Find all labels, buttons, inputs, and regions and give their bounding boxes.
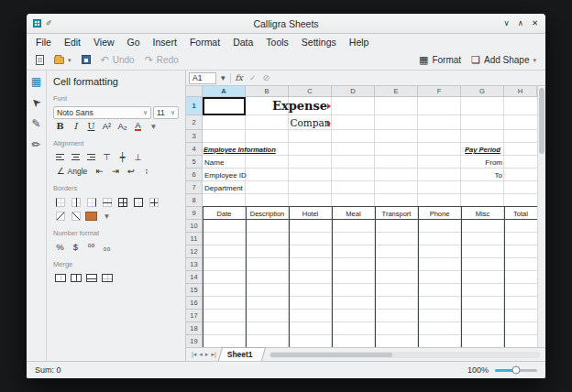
- row-header-18[interactable]: 18: [186, 322, 203, 335]
- column-header-E[interactable]: E: [375, 86, 418, 97]
- italic-icon[interactable]: I: [69, 120, 82, 133]
- row-header-1[interactable]: 1: [186, 97, 203, 115]
- border-inside-icon[interactable]: [147, 196, 160, 209]
- indent-increase-icon[interactable]: ⇥: [108, 165, 122, 178]
- row-header-12[interactable]: 12: [186, 245, 203, 258]
- align-bottom-icon[interactable]: ⊥: [131, 151, 145, 164]
- close-button[interactable]: ✕: [532, 19, 538, 27]
- menu-item-file[interactable]: File: [29, 36, 58, 49]
- font-family-select[interactable]: Noto Sans∨: [53, 106, 151, 119]
- row-header-19[interactable]: 19: [186, 335, 203, 347]
- vertical-scrollbar[interactable]: [537, 86, 545, 347]
- apply-check-icon[interactable]: ✓: [248, 74, 258, 82]
- first-sheet-icon[interactable]: |◂: [192, 351, 196, 358]
- font-color-icon[interactable]: A: [131, 120, 145, 133]
- column-header-A[interactable]: A: [203, 86, 246, 97]
- menu-item-insert[interactable]: Insert: [147, 36, 183, 49]
- row-header-8[interactable]: 8: [186, 194, 203, 207]
- format-button[interactable]: ▦Format: [415, 53, 465, 67]
- zoom-slider[interactable]: [495, 369, 537, 372]
- precision-increase-icon[interactable]: ⁰⁰: [84, 241, 98, 254]
- border-all-icon[interactable]: [116, 196, 129, 209]
- merge-horizontal-icon[interactable]: [69, 272, 82, 285]
- cancel-icon[interactable]: ⊘: [261, 74, 272, 82]
- row-header-6[interactable]: 6: [186, 169, 203, 181]
- border-left-icon[interactable]: [53, 196, 67, 209]
- row-header-5[interactable]: 5: [186, 156, 203, 169]
- pencil-tool-icon[interactable]: ✏: [31, 139, 40, 150]
- border-diagonal-down-icon[interactable]: [53, 210, 67, 223]
- border-center-vertical-icon[interactable]: [69, 196, 82, 209]
- row-header-11[interactable]: 11: [186, 233, 203, 245]
- precision-decrease-icon[interactable]: ₀₀: [100, 241, 114, 254]
- row-header-15[interactable]: 15: [186, 284, 203, 297]
- menu-item-format[interactable]: Format: [183, 36, 226, 49]
- menu-item-help[interactable]: Help: [343, 36, 376, 49]
- row-header-10[interactable]: 10: [186, 220, 203, 233]
- row-header-2[interactable]: 2: [186, 115, 203, 130]
- prev-sheet-icon[interactable]: ◂: [199, 351, 203, 358]
- pen-tool-icon[interactable]: ✎: [31, 118, 40, 129]
- border-outline-icon[interactable]: [131, 196, 145, 209]
- align-right-icon[interactable]: [84, 151, 98, 164]
- column-header-D[interactable]: D: [332, 86, 375, 97]
- border-color-swatch[interactable]: [84, 210, 98, 223]
- row-header-13[interactable]: 13: [186, 258, 203, 271]
- superscript-icon[interactable]: A²: [100, 120, 114, 133]
- column-header-B[interactable]: B: [246, 86, 289, 97]
- row-header-4[interactable]: 4: [186, 143, 203, 156]
- minimize-button[interactable]: ∨: [503, 19, 509, 27]
- vertical-scrollbar-thumb[interactable]: [539, 88, 544, 154]
- menu-item-tools[interactable]: Tools: [259, 36, 295, 49]
- border-horizontal-icon[interactable]: [100, 196, 114, 209]
- select-all-corner[interactable]: [186, 86, 203, 97]
- subscript-icon[interactable]: A₂: [116, 120, 129, 133]
- font-size-select[interactable]: 11∨: [153, 106, 179, 119]
- sheet-tab-sheet1[interactable]: Sheet1: [220, 347, 264, 361]
- row-header-3[interactable]: 3: [186, 130, 203, 143]
- menu-item-data[interactable]: Data: [226, 36, 259, 49]
- menu-item-go[interactable]: Go: [121, 36, 147, 49]
- percent-icon[interactable]: %: [53, 241, 67, 254]
- underline-icon[interactable]: U: [84, 120, 98, 133]
- align-middle-icon[interactable]: ┿: [116, 151, 129, 164]
- vertical-text-icon[interactable]: ↕: [139, 165, 153, 178]
- undo-button[interactable]: ↶Undo: [97, 53, 138, 67]
- add-shape-button[interactable]: ❏Add Shape▾: [468, 53, 540, 67]
- row-header-16[interactable]: 16: [186, 297, 203, 310]
- horizontal-scrollbar[interactable]: [270, 352, 540, 358]
- cells-area[interactable]: ExpenseCompanEmployee InformationPay Per…: [203, 97, 537, 347]
- pointer-tool-icon[interactable]: ➤: [29, 95, 44, 110]
- range-chevron-icon[interactable]: ▾: [219, 74, 227, 82]
- column-header-G[interactable]: G: [461, 86, 504, 97]
- merge-cells-icon[interactable]: [53, 272, 67, 285]
- titlebar[interactable]: ✐ Calligra Sheets ∨ ∧ ✕: [27, 14, 545, 34]
- border-right-icon[interactable]: [84, 196, 98, 209]
- border-diagonal-up-icon[interactable]: [69, 210, 82, 223]
- menu-item-edit[interactable]: Edit: [58, 36, 87, 49]
- column-header-F[interactable]: F: [418, 86, 461, 97]
- zoom-slider-handle[interactable]: [512, 366, 521, 375]
- align-left-icon[interactable]: [53, 151, 67, 164]
- save-button[interactable]: [78, 53, 94, 66]
- chevron-down-icon[interactable]: ▾: [147, 120, 160, 133]
- merge-vertical-icon[interactable]: [84, 272, 98, 285]
- menu-item-settings[interactable]: Settings: [295, 36, 343, 49]
- align-top-icon[interactable]: ⊤: [100, 151, 114, 164]
- wrap-text-icon[interactable]: ↩: [124, 165, 138, 178]
- bold-icon[interactable]: B: [53, 120, 67, 133]
- formula-fx-button[interactable]: fx: [234, 74, 245, 82]
- chevron-down-icon[interactable]: ▾: [100, 210, 114, 223]
- next-sheet-icon[interactable]: ▸: [205, 351, 209, 358]
- indent-decrease-icon[interactable]: ⇤: [93, 165, 106, 178]
- cell-reference-box[interactable]: A1: [189, 72, 216, 84]
- column-header-H[interactable]: H: [504, 86, 537, 97]
- currency-icon[interactable]: $: [69, 241, 82, 254]
- angle-button[interactable]: ∠Angle: [53, 165, 91, 178]
- row-header-17[interactable]: 17: [186, 310, 203, 322]
- column-header-C[interactable]: C: [289, 86, 332, 97]
- open-document-button[interactable]: ▾: [50, 53, 75, 66]
- new-document-button[interactable]: [32, 53, 48, 67]
- row-header-7[interactable]: 7: [186, 181, 203, 194]
- row-header-9[interactable]: 9: [186, 207, 203, 220]
